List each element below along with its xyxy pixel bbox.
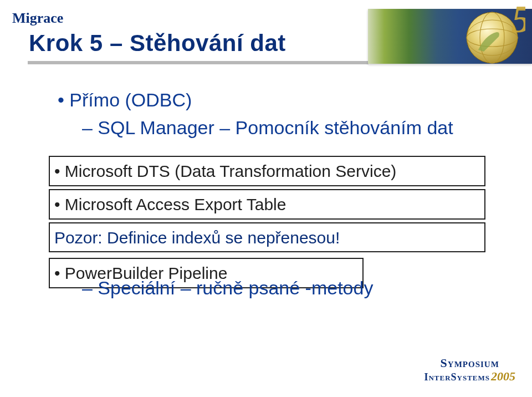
overlay-boxes: • Microsoft DTS (Data Transformation Ser… [49, 156, 485, 291]
box-text: • Microsoft DTS (Data Transformation Ser… [54, 160, 480, 182]
title-underline [28, 61, 369, 64]
sub-bullet-item: – SQL Manager – Pomocník stěhováním dat [82, 115, 507, 141]
lower-sub-bullet: – Speciální – ručně psané -metody [82, 277, 373, 299]
bullet-text: Přímo (ODBC) [69, 89, 192, 110]
sub-bullet-text: SQL Manager – Pomocník stěhováním dat [98, 117, 453, 138]
box-dts-text: Microsoft DTS (Data Transformation Servi… [65, 162, 397, 180]
box-access-text: Microsoft Access Export Table [65, 195, 287, 213]
globe-icon: 5 [459, 4, 525, 71]
box-warning: Pozor: Definice indexů se nepřenesou! [49, 222, 485, 252]
footer-logo: Symposium InterSystems2005 [424, 358, 515, 384]
lower-sub-text: Speciální – ručně psané -metody [98, 277, 373, 298]
bullet-list: • Přímo (ODBC) – SQL Manager – Pomocník … [58, 88, 507, 142]
svg-text:5: 5 [511, 4, 525, 40]
box-text: • Microsoft Access Export Table [54, 194, 480, 215]
logo-year: 2005 [491, 369, 515, 383]
breadcrumb: Migrace [12, 10, 63, 27]
logo-line1: Symposium [424, 358, 515, 369]
box-dts: • Microsoft DTS (Data Transformation Ser… [49, 156, 485, 186]
box-access: • Microsoft Access Export Table [49, 189, 485, 220]
box-warning-text: Pozor: Definice indexů se nepřenesou! [54, 227, 340, 248]
bullet-item: • Přímo (ODBC) [58, 88, 507, 113]
logo-line2: InterSystems [424, 371, 490, 383]
slide-title: Krok 5 – Stěhování dat [29, 30, 286, 57]
